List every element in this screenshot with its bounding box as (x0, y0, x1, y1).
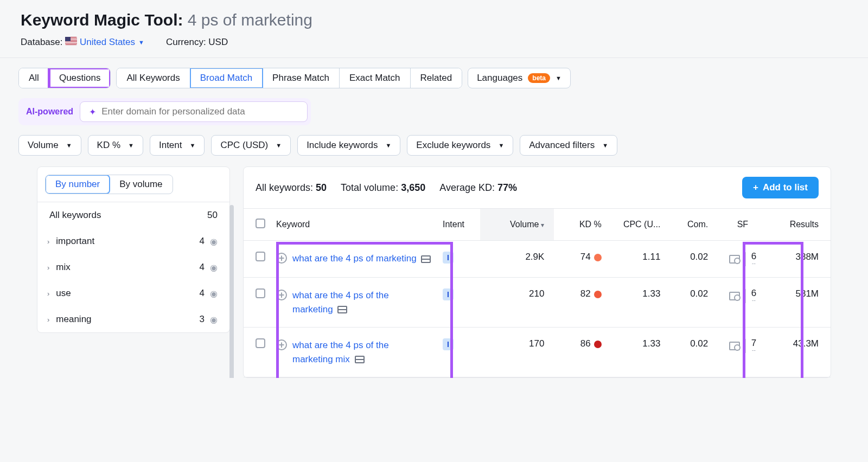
chevron-down-icon: ▼ (602, 142, 608, 149)
eye-icon[interactable]: ◉ (210, 236, 218, 247)
table-row: +what are the 4 ps of the marketing mix … (244, 328, 831, 377)
sidebar-group-item[interactable]: ›use4◉ (37, 280, 229, 306)
beta-badge: beta (528, 73, 550, 83)
tab-broad-match[interactable]: Broad Match (190, 68, 263, 88)
row-checkbox[interactable] (256, 252, 265, 261)
scrollbar[interactable] (229, 205, 234, 378)
filter-exclude[interactable]: Exclude keywords▼ (407, 135, 513, 156)
chevron-down-icon: ▼ (138, 39, 144, 46)
chevron-down-icon: ▼ (190, 142, 196, 149)
filter-include[interactable]: Include keywords▼ (297, 135, 400, 156)
ai-label: AI-powered (26, 107, 73, 117)
col-kd[interactable]: KD % (554, 209, 607, 241)
col-keyword[interactable]: Keyword (271, 209, 437, 241)
languages-label: Languages (477, 73, 522, 84)
languages-dropdown[interactable]: Languages beta ▼ (468, 68, 571, 88)
sf-cell[interactable]: 6-- (729, 252, 756, 266)
select-all-checkbox[interactable] (256, 219, 265, 228)
serp-features-icon (729, 342, 740, 350)
sidebar-all-keywords[interactable]: All keywords 50 (37, 202, 229, 228)
title-prefix: Keyword Magic Tool: (21, 11, 183, 29)
keyword-link[interactable]: what are the 4 ps of the marketing mix (292, 338, 432, 366)
results-table: Keyword Intent Volume▾ KD % CPC (U... Co… (244, 208, 831, 377)
chevron-down-icon: ▼ (66, 142, 72, 149)
kd-value: 82 (554, 278, 607, 328)
volume-value: 210 (480, 278, 554, 328)
domain-input-wrap[interactable]: ✦ (80, 101, 308, 122)
eye-icon[interactable]: ◉ (210, 288, 218, 299)
tab-exact-match[interactable]: Exact Match (340, 68, 411, 88)
com-value: 0.02 (666, 241, 713, 278)
filter-volume[interactable]: Volume▼ (18, 135, 81, 156)
keyword-type-tabs: All Questions (18, 68, 111, 88)
keyword-link[interactable]: what are the 4 ps of marketing (292, 252, 431, 266)
group-count: 4 (200, 236, 205, 247)
filter-kd[interactable]: KD %▼ (88, 135, 143, 156)
col-results[interactable]: Results (772, 209, 831, 241)
tab-phrase-match[interactable]: Phrase Match (263, 68, 340, 88)
tab-all-keywords[interactable]: All Keywords (117, 68, 190, 88)
sort-toggle: By number By volume (45, 175, 173, 194)
title-query: 4 ps of marketing (188, 11, 312, 29)
com-value: 0.02 (666, 328, 713, 377)
expand-icon[interactable]: + (276, 339, 287, 350)
col-sf[interactable]: SF (713, 209, 771, 241)
currency-value: USD (208, 37, 228, 47)
col-cpc[interactable]: CPC (U... (607, 209, 666, 241)
database-value: United States (80, 37, 135, 48)
serp-icon[interactable] (355, 356, 365, 363)
group-count: 4 (200, 288, 205, 299)
serp-icon[interactable] (421, 255, 431, 263)
col-volume[interactable]: Volume▾ (480, 209, 554, 241)
filter-advanced[interactable]: Advanced filters▼ (520, 135, 617, 156)
results-panel: All keywords: 50 Total volume: 3,650 Ave… (243, 166, 831, 378)
chevron-right-icon: › (47, 316, 49, 324)
expand-icon[interactable]: + (276, 290, 287, 300)
filter-cpc[interactable]: CPC (USD)▼ (211, 135, 291, 156)
add-to-list-button[interactable]: + Add to list (742, 177, 819, 198)
kd-dot-icon (594, 254, 602, 261)
kd-dot-icon (594, 341, 602, 348)
sort-by-number[interactable]: By number (46, 175, 110, 194)
sf-count: 7 (751, 338, 756, 348)
serp-icon[interactable] (337, 306, 347, 313)
chevron-down-icon: ▼ (276, 142, 282, 149)
tab-questions[interactable]: Questions (49, 68, 111, 88)
chevron-right-icon: › (47, 290, 49, 298)
page-header: Keyword Magic Tool: 4 ps of marketing Da… (0, 0, 868, 58)
sidebar-group-item[interactable]: ›mix4◉ (37, 254, 229, 280)
tab-related[interactable]: Related (411, 68, 462, 88)
all-keywords-label: All keywords (49, 210, 101, 221)
kd-value: 86 (554, 328, 607, 377)
row-checkbox[interactable] (256, 288, 265, 298)
eye-icon[interactable]: ◉ (210, 262, 218, 273)
results-value: 581M (772, 278, 831, 328)
domain-input[interactable] (101, 106, 298, 117)
sf-cell[interactable]: 6-- (729, 288, 756, 303)
filter-intent[interactable]: Intent▼ (150, 135, 205, 156)
cpc-value: 1.33 (607, 278, 666, 328)
serp-features-icon (729, 255, 740, 264)
group-label: use (56, 288, 71, 299)
col-com[interactable]: Com. (666, 209, 713, 241)
col-intent[interactable]: Intent (437, 209, 480, 241)
group-label: mix (56, 262, 70, 273)
intent-badge: I (443, 338, 454, 350)
sf-cell[interactable]: 7-- (729, 338, 756, 353)
eye-icon[interactable]: ◉ (210, 315, 218, 325)
us-flag-icon (65, 37, 77, 45)
row-checkbox[interactable] (256, 338, 265, 348)
sort-by-volume[interactable]: By volume (110, 175, 172, 194)
sidebar-group-item[interactable]: ›important4◉ (37, 228, 229, 254)
database-selector[interactable]: Database: United States ▼ (21, 37, 144, 48)
group-count: 3 (200, 314, 205, 325)
results-value: 388M (772, 241, 831, 278)
intent-badge: I (443, 252, 454, 264)
cpc-value: 1.33 (607, 328, 666, 377)
expand-icon[interactable]: + (276, 253, 287, 264)
keyword-link[interactable]: what are the 4 ps of the marketing (292, 288, 432, 316)
sf-count: 6 (751, 288, 756, 298)
sidebar-group-item[interactable]: ›meaning3◉ (37, 306, 229, 332)
tab-all[interactable]: All (19, 68, 49, 88)
volume-value: 170 (480, 328, 554, 377)
